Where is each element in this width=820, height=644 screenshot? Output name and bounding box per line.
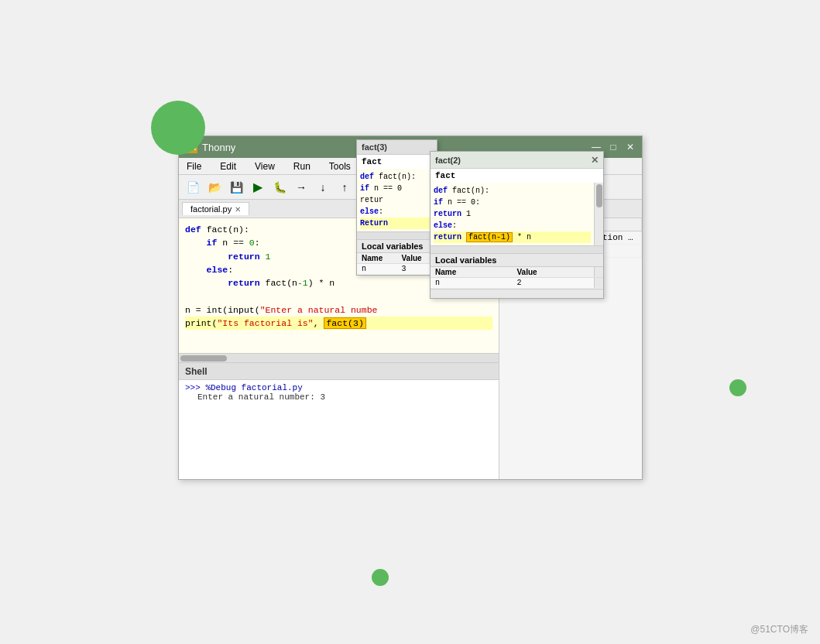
call-2-scrollbar-right[interactable] bbox=[594, 183, 603, 245]
call-3-name-col: Name bbox=[357, 253, 397, 263]
call-fn-name-2: fact bbox=[431, 169, 603, 183]
shell-line-2: Enter a natural number: 3 bbox=[185, 392, 492, 402]
menu-file[interactable]: File bbox=[182, 159, 206, 173]
call-3-scrollbar[interactable] bbox=[357, 231, 437, 239]
call-2-var-value-n: 2 bbox=[513, 278, 595, 288]
call-2-var-row-n: n 2 bbox=[431, 278, 603, 289]
call-3-var-row-n: n 3 bbox=[357, 264, 437, 275]
call-title-2-text: fact(2) bbox=[435, 156, 461, 165]
call-2-scroll-thumb[interactable] bbox=[596, 184, 602, 207]
call-locals-2: Local variables Name Value n 2 bbox=[431, 253, 603, 298]
call-2-local-scrollbar[interactable] bbox=[594, 267, 603, 277]
call-title-3-text: fact(3) bbox=[362, 142, 387, 152]
horizontal-scrollbar[interactable] bbox=[179, 353, 499, 362]
call-code-3-line3: retur bbox=[360, 194, 434, 206]
call-2-line5: return fact(n-1) * n bbox=[434, 231, 591, 243]
call-code-3-line1: def fact(n): bbox=[360, 171, 434, 183]
maximize-button[interactable]: □ bbox=[608, 142, 619, 152]
debug-button[interactable]: 🐛 bbox=[270, 178, 289, 197]
code-line-7: n = int(input("Enter a natural numbe bbox=[185, 303, 492, 317]
call-2-code-area: def fact(n): if n == 0: return 1 else: r… bbox=[431, 183, 603, 245]
call-2-close-icon[interactable]: ✕ bbox=[591, 155, 599, 166]
open-file-button[interactable]: 📂 bbox=[205, 178, 224, 197]
call-3-var-header: Name Value bbox=[357, 253, 437, 264]
call-3-var-name-n: n bbox=[357, 264, 397, 274]
call-2-line4: else: bbox=[434, 220, 591, 231]
run-button[interactable]: ▶ bbox=[249, 178, 267, 197]
call-fn-name-3: fact bbox=[357, 155, 437, 169]
call-2-line2: if n == 0: bbox=[434, 197, 591, 208]
menu-run[interactable]: Run bbox=[289, 159, 315, 173]
editor-tab-factorial[interactable]: factorial.py ✕ bbox=[182, 202, 249, 215]
call-2-local-scrollbar-2[interactable] bbox=[594, 278, 603, 288]
call-2-local-hscrollbar[interactable] bbox=[431, 289, 603, 298]
new-file-button[interactable]: 📄 bbox=[184, 178, 202, 197]
decorative-circle-top bbox=[151, 101, 205, 155]
call-2-name-col: Name bbox=[431, 267, 513, 277]
shell-title: Shell bbox=[185, 366, 208, 377]
save-button[interactable]: 💾 bbox=[227, 178, 245, 197]
call-window-2: fact(2) ✕ fact def fact(n): if n == 0: r… bbox=[430, 151, 604, 299]
call-code-3: def fact(n): if n == 0 retur else: Retur… bbox=[357, 169, 437, 231]
scroll-thumb[interactable] bbox=[180, 355, 227, 361]
call-title-bar-2: fact(2) ✕ bbox=[431, 152, 603, 169]
call-2-code-lines: def fact(n): if n == 0: return 1 else: r… bbox=[431, 183, 594, 245]
step-over-button[interactable]: → bbox=[292, 178, 311, 197]
decorative-circle-right bbox=[729, 379, 746, 396]
code-line-8: print("Its factorial is", fact(3) bbox=[185, 317, 492, 330]
menu-tools[interactable]: Tools bbox=[324, 159, 355, 173]
decorative-circle-bottom bbox=[372, 569, 389, 586]
watermark: @51CTO博客 bbox=[750, 623, 808, 636]
window-title: Thonny bbox=[202, 142, 235, 153]
shell-line-1: >>> %Debug factorial.py bbox=[185, 383, 492, 392]
menu-edit[interactable]: Edit bbox=[215, 159, 241, 173]
call-2-line1: def fact(n): bbox=[434, 185, 591, 197]
call-code-3-line5: Return bbox=[360, 218, 434, 229]
shell-content[interactable]: >>> %Debug factorial.py Enter a natural … bbox=[179, 380, 499, 405]
shell-pane: Shell >>> %Debug factorial.py Enter a na… bbox=[179, 362, 499, 479]
call-2-line3: return 1 bbox=[434, 208, 591, 220]
call-locals-3: Local variables Name Value n 3 bbox=[357, 239, 437, 275]
step-out-button[interactable]: ↑ bbox=[335, 178, 354, 197]
close-button[interactable]: ✕ bbox=[625, 142, 636, 152]
call-2-scrollbar-h[interactable] bbox=[431, 245, 603, 253]
call-2-var-header: Name Value bbox=[431, 267, 603, 278]
menu-view[interactable]: View bbox=[250, 159, 280, 173]
call-window-3: fact(3) fact def fact(n): if n == 0 retu… bbox=[356, 139, 437, 276]
call-title-3: fact(3) bbox=[357, 140, 437, 155]
call-locals-3-header: Local variables bbox=[357, 240, 437, 253]
call-locals-2-header: Local variables bbox=[431, 254, 603, 267]
shell-header: Shell bbox=[179, 363, 499, 380]
tab-filename: factorial.py bbox=[190, 204, 232, 214]
call-2-value-col: Value bbox=[513, 267, 595, 277]
step-into-button[interactable]: ↓ bbox=[314, 178, 332, 197]
call-2-var-name-n: n bbox=[431, 278, 513, 288]
call-code-3-line2: if n == 0 bbox=[360, 183, 434, 194]
call-code-3-line4: else: bbox=[360, 206, 434, 218]
tab-close-icon[interactable]: ✕ bbox=[235, 205, 241, 214]
